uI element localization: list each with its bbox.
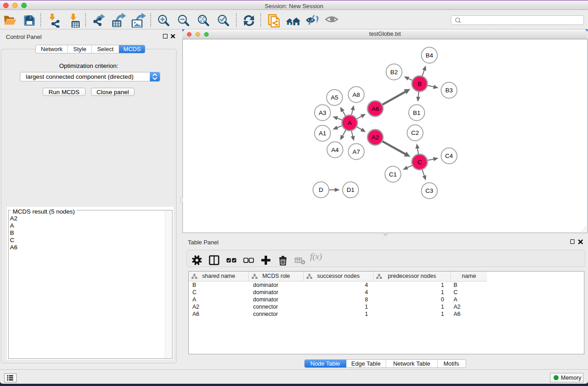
svg-text:C2: C2: [411, 129, 419, 136]
svg-text:C4: C4: [445, 152, 453, 159]
svg-text:B2: B2: [390, 69, 398, 76]
svg-text:A3: A3: [319, 110, 326, 116]
svg-text:A: A: [348, 119, 352, 126]
svg-text:A6: A6: [372, 105, 379, 112]
svg-text:A1: A1: [319, 130, 326, 137]
svg-text:A7: A7: [353, 148, 360, 155]
svg-text:A2: A2: [372, 134, 379, 141]
svg-text:A4: A4: [331, 147, 339, 153]
svg-text:A8: A8: [353, 91, 360, 98]
svg-text:C3: C3: [425, 187, 433, 194]
svg-text:B3: B3: [445, 87, 453, 94]
svg-text:B1: B1: [413, 110, 421, 116]
svg-text:D1: D1: [347, 186, 354, 193]
svg-text:B4: B4: [425, 52, 433, 59]
svg-text:A5: A5: [331, 94, 339, 101]
svg-text:C: C: [417, 159, 422, 166]
svg-text:B: B: [417, 81, 421, 87]
svg-text:C1: C1: [389, 171, 397, 178]
svg-text:D: D: [319, 186, 323, 193]
